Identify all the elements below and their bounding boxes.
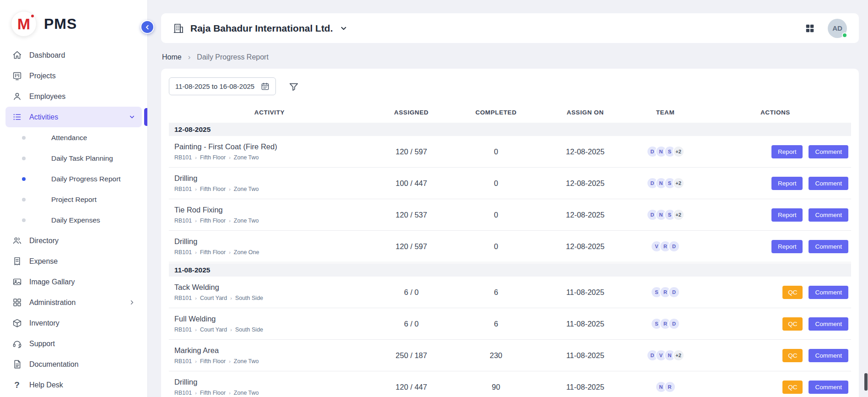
sidebar-item-support[interactable]: Support bbox=[5, 333, 142, 354]
chevron-right-icon: › bbox=[188, 53, 191, 62]
comment-button[interactable]: Comment bbox=[809, 317, 848, 331]
team-extra-badge[interactable]: +2 bbox=[673, 349, 685, 361]
activities-icon bbox=[12, 112, 22, 122]
path-segment: Fifth Floor bbox=[200, 249, 226, 256]
team-avatar[interactable]: D bbox=[668, 240, 680, 252]
sidebar-subitem-daily-expenses[interactable]: Daily Expenses bbox=[5, 210, 142, 230]
employees-icon bbox=[12, 92, 22, 102]
sidebar-item-label: Support bbox=[29, 340, 55, 348]
date-range-input[interactable]: 11-08-2025 to 16-08-2025 bbox=[169, 77, 276, 95]
path-separator-icon: › bbox=[195, 186, 197, 192]
sidebar-item-expense[interactable]: Expense bbox=[5, 251, 142, 272]
qc-button[interactable]: QC bbox=[782, 286, 803, 299]
report-button[interactable]: Report bbox=[771, 145, 803, 158]
sidebar-item-directory[interactable]: Directory bbox=[5, 230, 142, 251]
image-gallery-icon bbox=[12, 277, 22, 287]
table-body: 12-08-2025 Painting - First Coat (Fire R… bbox=[169, 123, 851, 397]
report-button[interactable]: Report bbox=[771, 240, 803, 253]
path-separator-icon: › bbox=[229, 359, 231, 364]
sidebar-subitem-label: Daily Progress Report bbox=[51, 175, 121, 183]
bullet-icon bbox=[22, 218, 26, 222]
report-button[interactable]: Report bbox=[771, 208, 803, 222]
sidebar-item-administration[interactable]: Administration bbox=[5, 292, 142, 313]
column-header-activity: ACTIVITY bbox=[169, 109, 370, 116]
sidebar-item-label: Help Desk bbox=[29, 381, 63, 389]
qc-button[interactable]: QC bbox=[782, 317, 803, 331]
path-segment: Zone One bbox=[234, 249, 259, 256]
sidebar-subitem-daily-task-planning[interactable]: Daily Task Planning bbox=[5, 148, 142, 169]
path-separator-icon: › bbox=[229, 155, 231, 160]
sidebar-item-label: Activities bbox=[29, 113, 58, 121]
assign-on-value: 12-08-2025 bbox=[539, 179, 631, 188]
sidebar-item-projects[interactable]: Projects bbox=[5, 65, 142, 86]
sidebar-item-image-gallary[interactable]: Image Gallary bbox=[5, 272, 142, 292]
company-selector[interactable]: Raja Bahadur International Ltd. bbox=[173, 23, 348, 34]
sidebar-subitem-project-report[interactable]: Project Report bbox=[5, 189, 142, 210]
team-avatar[interactable]: D bbox=[668, 286, 680, 298]
sidebar-item-inventory[interactable]: Inventory bbox=[5, 313, 142, 333]
apps-grid-icon[interactable] bbox=[805, 23, 815, 33]
team-avatar[interactable]: R bbox=[664, 381, 676, 393]
path-separator-icon: › bbox=[195, 327, 197, 332]
team-extra-badge[interactable]: +2 bbox=[673, 177, 685, 189]
comment-button[interactable]: Comment bbox=[809, 286, 848, 299]
path-separator-icon: › bbox=[229, 218, 231, 223]
activity-path: RB101›Court Yard›South Side bbox=[174, 326, 365, 333]
breadcrumb-home-link[interactable]: Home bbox=[162, 53, 182, 61]
sidebar-item-documentation[interactable]: Documentation bbox=[5, 354, 142, 375]
path-separator-icon: › bbox=[195, 359, 197, 364]
logo: M PMS bbox=[0, 0, 147, 44]
scrollbar-thumb[interactable] bbox=[864, 373, 868, 391]
path-separator-icon: › bbox=[195, 155, 197, 160]
comment-button[interactable]: Comment bbox=[809, 381, 848, 394]
team-extra-badge[interactable]: +2 bbox=[673, 146, 685, 158]
sidebar-collapse-button[interactable] bbox=[140, 20, 154, 34]
sidebar-subitem-daily-progress-report[interactable]: Daily Progress Report bbox=[5, 169, 142, 189]
sidebar-item-dashboard[interactable]: Dashboard bbox=[5, 45, 142, 65]
sidebar-item-employees[interactable]: Employees bbox=[5, 86, 142, 107]
comment-button[interactable]: Comment bbox=[809, 240, 848, 253]
sidebar-item-activities[interactable]: Activities bbox=[5, 107, 142, 127]
team-avatars: DNS+2 bbox=[631, 177, 700, 189]
sidebar-item-label: Administration bbox=[29, 299, 75, 307]
sidebar-item-label: Image Gallary bbox=[29, 278, 75, 286]
report-button[interactable]: Report bbox=[771, 177, 803, 190]
path-segment: Zone Two bbox=[234, 390, 259, 396]
chevron-down-icon bbox=[340, 24, 348, 33]
table-row: Drilling RB101›Fifth Floor›Zone One 120 … bbox=[169, 231, 851, 262]
team-avatar[interactable]: D bbox=[668, 318, 680, 330]
assign-on-value: 12-08-2025 bbox=[539, 242, 631, 251]
assign-on-value: 12-08-2025 bbox=[539, 147, 631, 156]
path-segment: RB101 bbox=[174, 390, 192, 396]
comment-button[interactable]: Comment bbox=[809, 208, 848, 222]
chevron-down-icon bbox=[129, 114, 135, 120]
sidebar-subitem-label: Project Report bbox=[51, 196, 97, 204]
comment-button[interactable]: Comment bbox=[809, 177, 848, 190]
table-header-row: ACTIVITY ASSIGNED COMPLETED ASSIGN ON TE… bbox=[169, 103, 851, 122]
path-segment: RB101 bbox=[174, 218, 192, 224]
path-segment: Zone Two bbox=[234, 186, 259, 192]
sidebar-subitem-label: Daily Expenses bbox=[51, 216, 100, 224]
activity-name: Drilling bbox=[174, 237, 365, 246]
qc-button[interactable]: QC bbox=[782, 381, 803, 394]
sidebar-subitem-attendance[interactable]: Attendance bbox=[5, 127, 142, 148]
calendar-icon bbox=[261, 82, 270, 91]
team-avatars: DNS+2 bbox=[631, 209, 700, 221]
team-avatars: SRD bbox=[631, 318, 700, 330]
path-separator-icon: › bbox=[195, 390, 197, 396]
sidebar-item-help-desk[interactable]: ? Help Desk bbox=[5, 375, 142, 395]
team-extra-badge[interactable]: +2 bbox=[673, 209, 685, 221]
qc-button[interactable]: QC bbox=[782, 349, 803, 362]
comment-button[interactable]: Comment bbox=[809, 349, 848, 362]
date-group-header: 11-08-2025 bbox=[169, 263, 851, 277]
activity-name: Painting - First Coat (Fire Red) bbox=[174, 142, 365, 151]
main-area: Raja Bahadur International Ltd. AD Home … bbox=[148, 0, 868, 397]
path-segment: Zone Two bbox=[234, 154, 259, 161]
filter-icon[interactable] bbox=[289, 82, 299, 92]
comment-button[interactable]: Comment bbox=[809, 145, 848, 158]
bullet-icon bbox=[22, 136, 26, 140]
path-segment: Court Yard bbox=[200, 295, 227, 301]
user-avatar[interactable]: AD bbox=[828, 19, 847, 38]
path-segment: RB101 bbox=[174, 186, 192, 192]
completed-value: 0 bbox=[453, 242, 539, 251]
